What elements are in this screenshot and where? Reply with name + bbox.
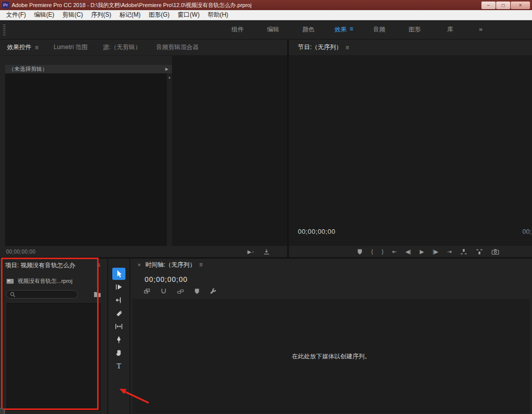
workspace-tab-label: 颜色 — [302, 25, 315, 34]
pen-tool[interactable] — [112, 334, 125, 346]
slip-icon — [115, 323, 123, 330]
workspace-tab-audio[interactable]: 音频 — [362, 25, 397, 34]
workspace-tab-libraries[interactable]: 库 — [432, 25, 468, 34]
workspace-tab-effects[interactable]: 效果 ≡ — [326, 25, 362, 34]
export-icon[interactable] — [263, 249, 270, 255]
tab-timeline[interactable]: 时间轴:（无序列） ≡ — [145, 261, 202, 269]
razor-tool[interactable] — [112, 307, 125, 319]
effect-controls-footer-icons: ▶♪ — [247, 249, 270, 255]
tab-label: 源:（无剪辑） — [103, 43, 141, 52]
snap-icon[interactable] — [160, 288, 167, 295]
lift-icon[interactable] — [460, 249, 467, 255]
effect-controls-keyframe-area — [172, 56, 287, 246]
mark-out-button[interactable]: } — [382, 249, 384, 255]
menu-file[interactable]: 文件(F) — [2, 10, 30, 20]
window-title: Adobe Premiere Pro CC 2018 - D:\我的文档\Ado… — [12, 2, 251, 9]
effect-controls-timecode[interactable]: 00;00;00;00 — [6, 249, 35, 255]
project-panel-header: 项目: 视频没有音轨怎么办 ≡ — [0, 259, 107, 272]
minimize-button[interactable]: − — [481, 2, 496, 9]
search-input[interactable] — [18, 292, 74, 298]
scroll-up-icon[interactable]: ▲ — [167, 73, 172, 79]
scrollbar[interactable]: ▲ — [167, 73, 172, 246]
project-items-list[interactable] — [7, 303, 101, 410]
program-timecode[interactable]: 00;00;00;00 — [298, 228, 335, 235]
type-tool[interactable]: T — [112, 360, 125, 372]
panel-menu-icon[interactable]: ≡ — [97, 262, 100, 269]
tab-label: 效果控件 — [7, 43, 31, 52]
workspace-tab-label: 图形 — [409, 25, 421, 34]
close-tab-icon[interactable]: × — [138, 262, 141, 268]
hand-icon — [115, 349, 123, 357]
close-button[interactable]: × — [511, 2, 530, 9]
panel-menu-icon[interactable]: ≡ — [199, 261, 203, 268]
workspace-overflow-chevron-icon[interactable]: » — [479, 25, 482, 34]
menu-graphics[interactable]: 图形(G) — [145, 10, 173, 20]
workspace-tab-label: 组件 — [232, 25, 244, 34]
timeline-settings-wrench-icon[interactable] — [210, 288, 216, 295]
menu-window[interactable]: 窗口(W) — [173, 10, 203, 20]
workspace-tab-assembly[interactable]: 组件 — [220, 25, 255, 34]
linked-selection-icon[interactable] — [177, 288, 184, 295]
play-audio-icon[interactable]: ▶♪ — [247, 249, 254, 255]
workspace-menu-icon[interactable]: ≡ — [349, 25, 353, 34]
tab-label: 时间轴:（无序列） — [145, 261, 195, 269]
window-controls: − □ × — [481, 2, 530, 9]
search-options-icon[interactable] — [94, 291, 101, 298]
step-back-button[interactable]: ◀| — [406, 249, 411, 255]
expand-arrow-icon[interactable]: ▶ — [165, 67, 168, 71]
timeline-drop-zone[interactable]: 在此处放下媒体以创建序列。 — [132, 299, 530, 413]
hand-tool[interactable] — [112, 347, 125, 359]
tab-source-monitor[interactable]: 源:（无剪辑） — [103, 43, 141, 52]
extract-icon[interactable] — [476, 249, 483, 255]
tools-panel: T — [107, 257, 130, 414]
panel-grip-icon — [3, 24, 6, 35]
workspace-tab-graphics[interactable]: 图形 — [397, 25, 432, 34]
tab-label: Lumetri 范围 — [54, 43, 87, 52]
go-to-in-button[interactable]: ⇤ — [392, 249, 396, 255]
tab-effect-controls[interactable]: 效果控件 ≡ — [7, 43, 38, 52]
program-duration-timecode[interactable]: 00; — [522, 228, 531, 235]
project-file-icon — [6, 278, 14, 284]
tab-program-monitor[interactable]: 节目:（无序列） ≡ — [298, 43, 349, 52]
tab-audio-clip-mixer[interactable]: 音频剪辑混合器 — [156, 43, 199, 52]
maximize-button[interactable]: □ — [496, 2, 510, 9]
selection-tool[interactable] — [112, 268, 125, 280]
slip-tool[interactable] — [112, 320, 125, 333]
play-button[interactable]: ▶ — [420, 249, 424, 255]
razor-icon — [115, 310, 123, 317]
program-monitor-viewer: 00;00;00;00 00; — [289, 56, 532, 246]
tab-label: 节目:（无序列） — [298, 43, 342, 52]
panel-menu-icon[interactable]: ≡ — [345, 44, 349, 51]
panel-menu-icon[interactable]: ≡ — [35, 44, 38, 51]
ripple-edit-tool[interactable] — [112, 294, 125, 306]
clip-status-label: （未选择剪辑） — [9, 65, 48, 73]
go-to-out-button[interactable]: ⇥ — [447, 249, 452, 255]
search-field[interactable] — [6, 290, 78, 299]
nest-icon[interactable] — [144, 288, 150, 295]
premiere-app-window: Pr Adobe Premiere Pro CC 2018 - D:\我的文档\… — [0, 0, 532, 414]
track-select-forward-tool[interactable] — [112, 281, 125, 293]
selection-tool-icon — [115, 270, 123, 278]
project-search-row — [6, 290, 101, 299]
project-root-item[interactable]: 视频没有音轨怎...rproj — [0, 276, 107, 286]
add-marker-icon[interactable] — [357, 249, 363, 255]
add-marker-icon[interactable] — [194, 288, 200, 295]
tab-lumetri-scopes[interactable]: Lumetri 范围 — [54, 43, 87, 52]
timeline-timecode[interactable]: 00;00;00;00 — [145, 275, 188, 283]
mark-in-button[interactable]: { — [371, 249, 373, 255]
step-forward-button[interactable]: |▶ — [432, 249, 438, 255]
export-frame-icon[interactable] — [492, 249, 499, 255]
workspace-tab-editing[interactable]: 编辑 — [255, 25, 291, 34]
workspace-tab-label: 编辑 — [267, 25, 279, 34]
play-glyph: ▶ — [247, 249, 251, 255]
menu-sequence[interactable]: 序列(S) — [87, 10, 115, 20]
menu-edit[interactable]: 编辑(E) — [30, 10, 58, 20]
menu-markers[interactable]: 标记(M) — [115, 10, 145, 20]
menu-help[interactable]: 帮助(H) — [204, 10, 233, 20]
workspace-tab-label: 音频 — [373, 25, 385, 34]
project-panel-title[interactable]: 项目: 视频没有音轨怎么办 — [5, 261, 75, 270]
type-tool-icon: T — [116, 362, 121, 370]
program-monitor-panel: 节目:（无序列） ≡ 00;00;00;00 00; { } ⇤ ◀| ▶ |▶… — [287, 39, 532, 257]
menu-clip[interactable]: 剪辑(C) — [58, 10, 87, 20]
workspace-tab-color[interactable]: 颜色 — [291, 25, 326, 34]
